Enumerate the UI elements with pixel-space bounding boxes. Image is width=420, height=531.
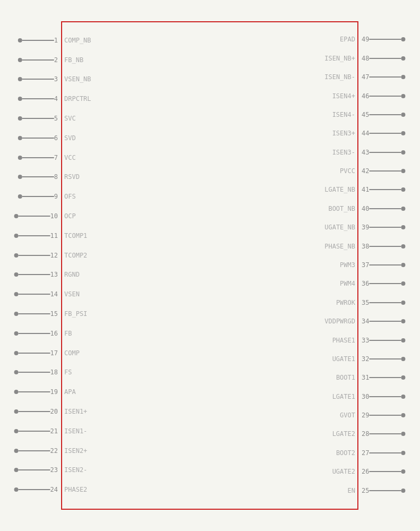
pin-number: 46 — [362, 92, 369, 100]
pin-line — [369, 96, 401, 97]
pin-left-2: 2 — [18, 56, 61, 64]
pin-line — [369, 321, 401, 322]
pin-label: VSEN — [64, 290, 80, 298]
pin-left-23: 23 — [14, 466, 61, 474]
pin-label: PHASE1 — [332, 337, 355, 344]
pin-dot — [401, 187, 405, 192]
pin-line — [19, 469, 50, 470]
pin-left-3: 3 — [18, 75, 61, 83]
pin-line — [369, 433, 401, 434]
pin-number: 6 — [54, 134, 58, 142]
pin-number: 20 — [50, 408, 58, 415]
pin-number: 5 — [54, 115, 58, 122]
pin-dot — [401, 281, 405, 286]
pin-line — [369, 283, 401, 284]
pin-right-38: 38 — [358, 243, 405, 250]
pin-label: UGATE_NB — [324, 224, 355, 231]
pin-line — [19, 353, 50, 354]
pin-left-17: 17 — [14, 349, 61, 357]
pin-dot — [18, 58, 22, 62]
pin-label: DRPCTRL — [64, 95, 91, 102]
pin-left-11: 11 — [14, 232, 61, 239]
pin-left-4: 4 — [18, 95, 61, 102]
pin-right-36: 36 — [358, 280, 405, 287]
pin-number: 27 — [362, 449, 369, 457]
pin-dot — [18, 116, 22, 121]
pin-dot — [14, 234, 19, 238]
pin-right-25: 25 — [358, 487, 405, 494]
pin-label: ISEN_NB+ — [324, 55, 355, 62]
pin-dot — [14, 253, 19, 258]
pin-label: BOOT2 — [336, 449, 355, 457]
pin-line — [22, 98, 54, 99]
pin-label: APA — [64, 388, 76, 396]
pin-dot — [18, 38, 22, 42]
pin-line — [19, 391, 50, 392]
pin-line — [19, 333, 50, 334]
pin-number: 38 — [362, 243, 369, 250]
pin-line — [369, 189, 401, 190]
pin-dot — [14, 487, 19, 492]
pin-dot — [14, 214, 19, 218]
pin-line — [369, 377, 401, 378]
pin-number: 19 — [50, 388, 58, 396]
pin-left-22: 22 — [14, 447, 61, 455]
pin-left-8: 8 — [18, 173, 61, 181]
pin-right-48: 48 — [358, 55, 405, 62]
pin-line — [369, 170, 401, 172]
pin-number: 3 — [54, 75, 58, 83]
pin-line — [369, 358, 401, 359]
pin-number: 33 — [362, 337, 369, 344]
pin-number: 1 — [54, 37, 58, 44]
pin-label: LGATE2 — [332, 430, 355, 438]
pin-label: COMP — [64, 349, 80, 357]
pin-line — [369, 396, 401, 397]
pin-label: SVD — [64, 134, 76, 142]
pin-dot — [18, 175, 22, 179]
pin-number: 39 — [362, 224, 369, 231]
pin-line — [369, 246, 401, 247]
pin-dot — [14, 449, 19, 453]
pin-line — [22, 196, 54, 197]
pin-right-34: 34 — [358, 318, 405, 325]
pin-label: OCP — [64, 212, 76, 220]
pin-dot — [401, 263, 405, 267]
pin-line — [22, 118, 54, 119]
pin-number: 4 — [54, 95, 58, 102]
pin-number: 26 — [362, 468, 369, 475]
pin-label: BOOT1 — [336, 374, 355, 381]
pin-right-46: 46 — [358, 92, 405, 100]
pin-dot — [401, 301, 405, 305]
pin-line — [369, 490, 401, 491]
pin-dot — [401, 94, 405, 98]
pin-right-30: 30 — [358, 393, 405, 400]
pin-number: 25 — [362, 487, 369, 494]
pin-dot — [401, 395, 405, 399]
pin-number: 34 — [362, 318, 369, 325]
pin-label: PHASE2 — [64, 486, 87, 493]
pin-left-24: 24 — [14, 486, 61, 493]
pin-number: 22 — [50, 447, 58, 455]
pin-line — [19, 450, 50, 451]
pin-right-28: 28 — [358, 430, 405, 438]
pin-label: ISEN3- — [332, 149, 355, 156]
pin-number: 41 — [362, 186, 369, 193]
pin-dot — [14, 390, 19, 394]
pin-label: FS — [64, 369, 72, 376]
pin-label: PWROK — [336, 299, 355, 306]
pin-line — [19, 313, 50, 314]
pin-line — [22, 40, 54, 41]
pin-dot — [401, 207, 405, 211]
pin-left-1: 1 — [18, 37, 61, 44]
pin-right-45: 45 — [358, 111, 405, 118]
pin-number: 24 — [50, 486, 58, 493]
pin-label: PWM3 — [340, 261, 355, 269]
pin-number: 31 — [362, 374, 369, 381]
pin-line — [369, 152, 401, 153]
pin-left-5: 5 — [18, 115, 61, 122]
pin-label: ISEN1+ — [64, 408, 87, 415]
pin-line — [369, 302, 401, 303]
pin-line — [19, 255, 50, 256]
pin-number: 49 — [362, 36, 369, 43]
pin-dot — [401, 432, 405, 436]
